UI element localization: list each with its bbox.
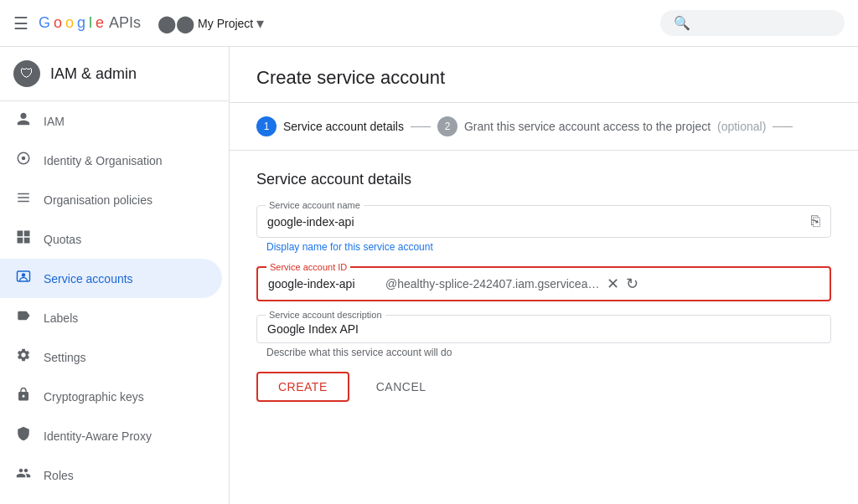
form-buttons: CREATE CANCEL [256, 372, 831, 402]
service-account-id-box: Service account ID @healthy-splice-24240… [256, 266, 831, 301]
id-label: Service account ID [266, 262, 350, 272]
service-account-description-box: Service account description [256, 315, 831, 343]
service-account-id-field: Service account ID @healthy-splice-24240… [256, 266, 831, 301]
step-divider-2 [773, 126, 793, 127]
copy-icon[interactable]: ⎘ [811, 213, 820, 230]
sidebar: 🛡 IAM & admin IAM Identity & Organisatio… [0, 47, 230, 504]
project-dots-icon: ⬤⬤ [158, 13, 194, 33]
step-2-label: Grant this service account access to the… [464, 120, 766, 133]
sidebar-item-roles[interactable]: Roles [0, 455, 222, 495]
id-refresh-button[interactable]: ↻ [626, 275, 638, 293]
project-chevron-icon: ▾ [256, 14, 264, 33]
project-name: My Project [198, 17, 253, 30]
search-icon: 🔍 [674, 15, 690, 31]
quotas-icon [13, 229, 34, 249]
menu-icon[interactable]: ☰ [13, 13, 28, 33]
project-selector[interactable]: ⬤⬤ My Project ▾ [158, 13, 264, 33]
org-policies-icon [13, 190, 34, 209]
step-1-circle: 1 [256, 116, 277, 136]
cancel-button[interactable]: CANCEL [356, 373, 447, 400]
svg-rect-6 [24, 231, 30, 237]
service-accounts-icon [13, 269, 34, 288]
identity-aware-proxy-icon [13, 426, 34, 445]
svg-rect-4 [18, 201, 29, 203]
quotas-label: Quotas [44, 233, 81, 246]
service-account-name-input[interactable] [267, 215, 811, 229]
form-area: Service account details Service account … [230, 151, 858, 422]
name-input-row: ⎘ [267, 213, 820, 230]
sidebar-item-cryptographic-keys[interactable]: Cryptographic keys [0, 377, 222, 416]
sidebar-item-identity-org[interactable]: Identity & Organisation [0, 141, 222, 180]
sidebar-item-audit-logs[interactable]: Audit Logs [0, 495, 222, 504]
topbar: ☰ Google APIs ⬤⬤ My Project ▾ 🔍 [0, 0, 858, 47]
svg-point-1 [22, 157, 26, 161]
iam-icon [13, 111, 34, 131]
sidebar-header: 🛡 IAM & admin [0, 47, 229, 101]
id-clear-button[interactable]: ✕ [607, 275, 619, 293]
google-logo: Google APIs [39, 14, 141, 32]
identity-org-label: Identity & Organisation [44, 154, 163, 167]
page-title: Create service account [256, 67, 831, 89]
labels-icon [13, 308, 34, 327]
step-2-circle: 2 [437, 116, 457, 136]
desc-label: Service account description [266, 310, 385, 320]
sidebar-item-labels[interactable]: Labels [0, 298, 222, 337]
step-divider-1 [411, 126, 431, 127]
org-policies-label: Organisation policies [44, 193, 152, 207]
service-account-description-input[interactable] [267, 322, 820, 336]
id-input-row: @healthy-splice-242407.iam.gserviceaccou… [268, 275, 819, 293]
iam-admin-icon: 🛡 [13, 60, 40, 87]
create-button[interactable]: CREATE [256, 372, 349, 402]
service-account-name-field: Service account name ⎘ Display name for … [256, 205, 831, 253]
desc-input-row [267, 322, 820, 336]
service-account-description-field: Service account description Describe wha… [256, 315, 831, 358]
settings-icon [13, 347, 34, 367]
sidebar-item-identity-aware-proxy[interactable]: Identity-Aware Proxy [0, 416, 222, 455]
svg-rect-2 [18, 193, 29, 195]
step-2: 2 Grant this service account access to t… [437, 116, 766, 136]
content-area: Create service account 1 Service account… [230, 47, 858, 504]
sidebar-item-service-accounts[interactable]: Service accounts [0, 259, 222, 298]
svg-rect-8 [24, 238, 30, 244]
sidebar-item-iam[interactable]: IAM [0, 101, 222, 141]
svg-point-10 [22, 273, 26, 277]
svg-rect-7 [18, 238, 23, 244]
stepper: 1 Service account details 2 Grant this s… [230, 103, 858, 150]
sidebar-item-settings[interactable]: Settings [0, 337, 222, 377]
sidebar-title: IAM & admin [50, 65, 137, 83]
cryptographic-keys-icon [13, 387, 34, 406]
settings-label: Settings [44, 351, 86, 364]
id-suffix: @healthy-splice-242407.iam.gserviceaccou… [385, 277, 603, 291]
content-header: Create service account [230, 47, 858, 103]
labels-label: Labels [44, 311, 78, 325]
iam-label: IAM [44, 115, 65, 128]
step-1: 1 Service account details [256, 116, 404, 136]
roles-label: Roles [44, 469, 74, 482]
service-accounts-label: Service accounts [44, 272, 133, 285]
step-1-label: Service account details [283, 120, 404, 133]
identity-aware-proxy-label: Identity-Aware Proxy [44, 429, 152, 443]
search-bar[interactable]: 🔍 [660, 10, 845, 36]
sidebar-item-org-policies[interactable]: Organisation policies [0, 180, 222, 219]
service-account-name-box: Service account name ⎘ [256, 205, 831, 238]
cryptographic-keys-label: Cryptographic keys [44, 390, 144, 404]
roles-icon [13, 465, 34, 485]
id-actions: ✕ ↻ [607, 275, 638, 293]
svg-rect-5 [18, 231, 23, 237]
identity-org-icon [13, 151, 34, 170]
svg-rect-3 [18, 197, 29, 198]
service-account-id-input[interactable] [268, 277, 385, 291]
sidebar-item-quotas[interactable]: Quotas [0, 219, 222, 259]
step-2-optional: (optional) [717, 120, 766, 133]
form-section-title: Service account details [256, 171, 831, 188]
name-helper: Display name for this service account [256, 241, 831, 253]
desc-helper: Describe what this service account will … [256, 347, 831, 358]
name-label: Service account name [266, 200, 364, 210]
